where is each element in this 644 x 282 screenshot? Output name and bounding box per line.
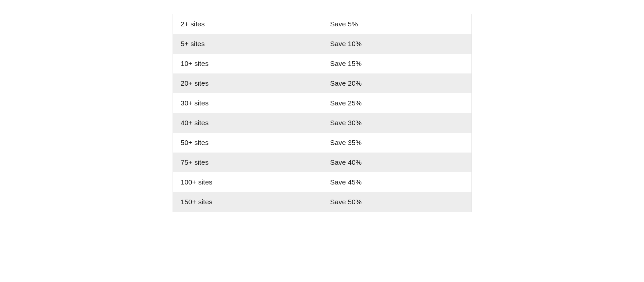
table-row: 50+ sites Save 35%: [173, 133, 471, 153]
discount-cell: Save 40%: [322, 153, 471, 172]
sites-cell: 150+ sites: [173, 192, 322, 212]
sites-cell: 50+ sites: [173, 133, 322, 153]
table-row: 150+ sites Save 50%: [173, 192, 471, 212]
table-row: 20+ sites Save 20%: [173, 73, 471, 93]
discount-cell: Save 30%: [322, 113, 471, 133]
discount-cell: Save 50%: [322, 192, 471, 212]
sites-cell: 20+ sites: [173, 73, 322, 93]
discount-cell: Save 10%: [322, 34, 471, 54]
table-row: 40+ sites Save 30%: [173, 113, 471, 133]
discount-cell: Save 5%: [322, 14, 471, 34]
sites-cell: 100+ sites: [173, 172, 322, 192]
discount-cell: Save 25%: [322, 93, 471, 113]
discount-cell: Save 35%: [322, 133, 471, 153]
table-row: 30+ sites Save 25%: [173, 93, 471, 113]
sites-cell: 40+ sites: [173, 113, 322, 133]
sites-cell: 2+ sites: [173, 14, 322, 34]
table-row: 2+ sites Save 5%: [173, 14, 471, 34]
table-row: 5+ sites Save 10%: [173, 34, 471, 54]
table-row: 10+ sites Save 15%: [173, 54, 471, 73]
table-row: 100+ sites Save 45%: [173, 172, 471, 192]
discount-cell: Save 45%: [322, 172, 471, 192]
sites-cell: 30+ sites: [173, 93, 322, 113]
sites-cell: 10+ sites: [173, 54, 322, 73]
table-row: 75+ sites Save 40%: [173, 153, 471, 172]
sites-cell: 5+ sites: [173, 34, 322, 54]
discount-cell: Save 20%: [322, 73, 471, 93]
discount-table: 2+ sites Save 5% 5+ sites Save 10% 10+ s…: [173, 14, 471, 212]
pricing-table: 2+ sites Save 5% 5+ sites Save 10% 10+ s…: [173, 14, 472, 212]
discount-cell: Save 15%: [322, 54, 471, 73]
sites-cell: 75+ sites: [173, 153, 322, 172]
